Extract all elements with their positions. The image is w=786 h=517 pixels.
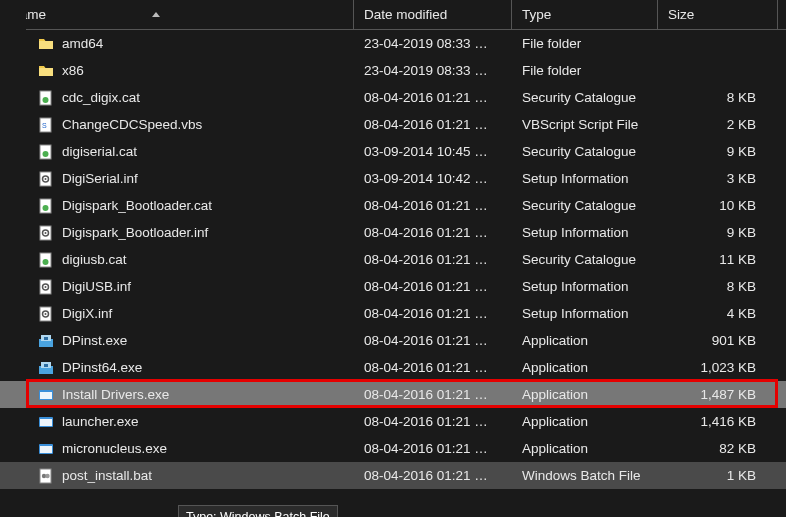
file-type: Application (522, 360, 588, 375)
file-date: 08-04-2016 01:21 … (364, 306, 488, 321)
file-date: 03-09-2014 10:42 … (364, 171, 488, 186)
file-date: 08-04-2016 01:21 … (364, 225, 488, 240)
file-row[interactable]: Digispark_Bootloader.cat08-04-2016 01:21… (0, 192, 786, 219)
file-row[interactable]: launcher.exe08-04-2016 01:21 …Applicatio… (0, 408, 786, 435)
svg-rect-31 (40, 446, 52, 453)
file-size: 2 KB (727, 117, 756, 132)
file-size: 1,487 KB (700, 387, 756, 402)
file-type: Setup Information (522, 306, 629, 321)
column-header-size[interactable]: Size (658, 0, 778, 29)
file-name: x86 (62, 63, 84, 78)
inf-file-icon (38, 306, 54, 322)
file-type: File folder (522, 36, 581, 51)
installer-icon (38, 333, 54, 349)
tooltip-text: Type: Windows Batch File (186, 510, 330, 517)
application-icon (38, 387, 54, 403)
svg-rect-27 (40, 392, 52, 399)
file-type: Security Catalogue (522, 144, 636, 159)
file-row[interactable]: Digispark_Bootloader.inf08-04-2016 01:21… (0, 219, 786, 246)
file-size: 8 KB (727, 90, 756, 105)
file-date: 08-04-2016 01:21 … (364, 333, 488, 348)
inf-file-icon (38, 225, 54, 241)
file-size: 82 KB (719, 441, 756, 456)
file-name: cdc_digix.cat (62, 90, 140, 105)
file-date: 08-04-2016 01:21 … (364, 468, 488, 483)
file-row[interactable]: amd6423-04-2019 08:33 …File folder (0, 30, 786, 57)
inf-file-icon (38, 279, 54, 295)
file-type: Application (522, 441, 588, 456)
file-date: 03-09-2014 10:45 … (364, 144, 488, 159)
file-size: 4 KB (727, 306, 756, 321)
file-size: 3 KB (727, 171, 756, 186)
column-type-label: Type (522, 7, 551, 22)
file-size: 10 KB (719, 198, 756, 213)
file-row[interactable]: x8623-04-2019 08:33 …File folder (0, 57, 786, 84)
file-type: Setup Information (522, 171, 629, 186)
svg-point-15 (43, 259, 49, 265)
catalog-file-icon (38, 90, 54, 106)
file-type: VBScript Script File (522, 117, 638, 132)
file-date: 08-04-2016 01:21 … (364, 252, 488, 267)
file-name: ChangeCDCSpeed.vbs (62, 117, 202, 132)
file-row[interactable]: DigiUSB.inf08-04-2016 01:21 …Setup Infor… (0, 273, 786, 300)
column-header-name[interactable]: Name (0, 0, 354, 29)
file-size: 1 KB (727, 468, 756, 483)
file-row[interactable]: cdc_digix.cat08-04-2016 01:21 …Security … (0, 84, 786, 111)
file-name: DigiX.inf (62, 306, 112, 321)
file-type: Application (522, 414, 588, 429)
file-row[interactable]: DigiX.inf08-04-2016 01:21 …Setup Informa… (0, 300, 786, 327)
file-row[interactable]: digiusb.cat08-04-2016 01:21 …Security Ca… (0, 246, 786, 273)
file-date: 08-04-2016 01:21 … (364, 90, 488, 105)
file-size: 8 KB (727, 279, 756, 294)
file-name: digiserial.cat (62, 144, 137, 159)
file-type: Setup Information (522, 225, 629, 240)
catalog-file-icon (38, 198, 54, 214)
file-row[interactable]: Install Drivers.exe08-04-2016 01:21 …App… (0, 381, 786, 408)
inf-file-icon (38, 171, 54, 187)
catalog-file-icon (38, 252, 54, 268)
catalog-file-icon (38, 144, 54, 160)
file-row[interactable]: DPinst.exe08-04-2016 01:21 …Application9… (0, 327, 786, 354)
folder-icon (38, 36, 54, 52)
sort-ascending-icon (152, 12, 160, 17)
tooltip: Type: Windows Batch File (178, 505, 338, 517)
file-name: Digispark_Bootloader.inf (62, 225, 208, 240)
batch-file-icon (38, 468, 54, 484)
application-icon (38, 441, 54, 457)
file-size: 901 KB (712, 333, 756, 348)
file-list: amd6423-04-2019 08:33 …File folderx8623-… (0, 30, 786, 489)
folder-icon (38, 63, 54, 79)
file-name: micronucleus.exe (62, 441, 167, 456)
file-name: digiusb.cat (62, 252, 127, 267)
file-date: 08-04-2016 01:21 … (364, 387, 488, 402)
column-size-label: Size (668, 7, 694, 22)
file-name: DPinst64.exe (62, 360, 142, 375)
file-row[interactable]: post_install.bat08-04-2016 01:21 …Window… (0, 462, 786, 489)
file-name: launcher.exe (62, 414, 139, 429)
column-header-date[interactable]: Date modified (354, 0, 512, 29)
file-type: Application (522, 387, 588, 402)
file-size: 1,023 KB (700, 360, 756, 375)
svg-rect-29 (40, 419, 52, 426)
svg-point-8 (45, 178, 47, 180)
file-type: Application (522, 333, 588, 348)
file-size: 9 KB (727, 144, 756, 159)
svg-point-1 (43, 97, 49, 103)
file-row[interactable]: micronucleus.exe08-04-2016 01:21 …Applic… (0, 435, 786, 462)
file-row[interactable]: SChangeCDCSpeed.vbs08-04-2016 01:21 …VBS… (0, 111, 786, 138)
file-row[interactable]: DPinst64.exe08-04-2016 01:21 …Applicatio… (0, 354, 786, 381)
file-date: 23-04-2019 08:33 … (364, 36, 488, 51)
script-file-icon: S (38, 117, 54, 133)
file-row[interactable]: digiserial.cat03-09-2014 10:45 …Security… (0, 138, 786, 165)
file-type: Security Catalogue (522, 198, 636, 213)
file-type: Security Catalogue (522, 90, 636, 105)
file-row[interactable]: DigiSerial.inf03-09-2014 10:42 …Setup In… (0, 165, 786, 192)
svg-point-34 (45, 473, 49, 477)
file-date: 08-04-2016 01:21 … (364, 441, 488, 456)
svg-point-5 (43, 151, 49, 157)
file-type: Setup Information (522, 279, 629, 294)
svg-point-10 (43, 205, 49, 211)
file-name: amd64 (62, 36, 103, 51)
column-header-type[interactable]: Type (512, 0, 658, 29)
file-date: 23-04-2019 08:33 … (364, 63, 488, 78)
